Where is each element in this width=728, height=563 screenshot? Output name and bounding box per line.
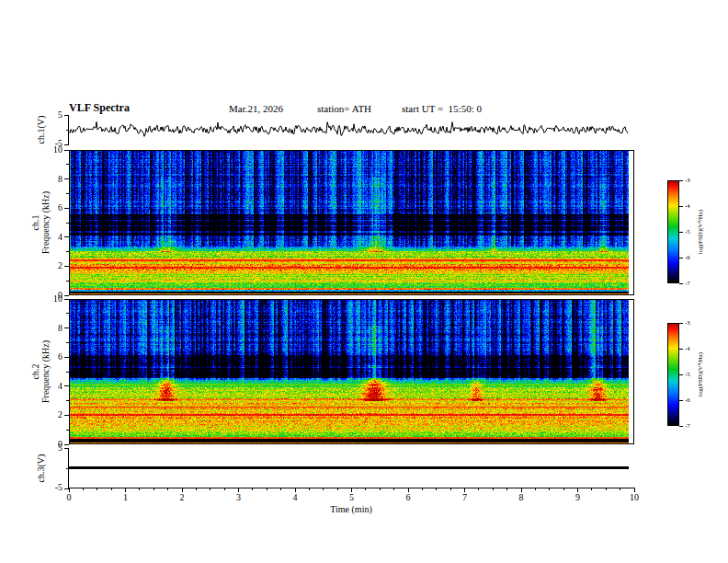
freq-tick (64, 415, 69, 416)
x-tick-label: 4 (286, 492, 304, 502)
colorbar-ch1 (667, 180, 679, 283)
freq-tick (64, 150, 69, 151)
colorbar-tick (679, 426, 683, 427)
colorbar-tick (679, 283, 683, 284)
freq-tick-label: 8 (42, 323, 63, 334)
freq-minor-tick (66, 430, 69, 431)
freq-tick (64, 295, 69, 296)
colorbar-ch1-label: log(PSD)(V²/Hz) (697, 210, 704, 254)
volt-tick-label: -5 (42, 138, 63, 149)
colorbar-tick-label: -3 (685, 319, 690, 327)
x-minor-tick (436, 488, 437, 490)
volt-tick (64, 488, 69, 489)
volt-tick-label: 5 (42, 442, 63, 454)
x-minor-tick (393, 488, 394, 490)
colorbar-tick (679, 258, 683, 259)
x-minor-tick (365, 488, 366, 490)
ch1-channel-label: ch.1 (30, 191, 40, 254)
freq-tick-label: 4 (42, 232, 63, 243)
freq-tick (64, 385, 69, 386)
time-axis-label: Time (min) (330, 504, 371, 514)
x-minor-tick (535, 488, 536, 490)
x-tick-label: 7 (456, 492, 474, 502)
volt-tick (64, 115, 69, 116)
colorbar-tick-label: -5 (685, 228, 690, 236)
vlf-spectra-figure: VLF Spectra Mar.21, 2026 station= ATH st… (0, 0, 728, 563)
colorbar-tick (679, 232, 683, 233)
x-tick-label: 5 (343, 492, 361, 502)
start-ut-label: start UT = 15:50: 0 (402, 103, 482, 114)
x-minor-tick (493, 488, 494, 490)
freq-minor-tick (66, 372, 69, 373)
x-minor-tick (606, 488, 607, 490)
ch2-freq-axis-label: ch.2 Frequency (kHz) (30, 340, 51, 403)
x-minor-tick (167, 488, 168, 490)
ch2-spectrogram-canvas (69, 299, 634, 444)
x-minor-tick (620, 488, 620, 490)
colorbar-tick-label: -3 (685, 177, 690, 184)
colorbar-tick (679, 323, 683, 324)
freq-tick-label: 2 (42, 260, 63, 271)
x-tick-label: 10 (625, 492, 643, 502)
freq-tick (64, 444, 69, 445)
colorbar-tick-label: -6 (685, 254, 690, 261)
x-minor-tick (111, 488, 112, 490)
x-minor-tick (252, 488, 253, 490)
x-tick-label: 3 (230, 492, 248, 502)
x-minor-tick (97, 488, 97, 490)
volt-minor-tick (66, 130, 69, 131)
x-minor-tick (549, 488, 550, 490)
freq-tick (64, 208, 69, 209)
volt-tick-label: -5 (42, 482, 63, 493)
freq-tick-label: 6 (42, 202, 63, 213)
freq-tick-label: 10 (42, 293, 63, 304)
colorbar-ch2 (667, 323, 679, 426)
x-minor-tick (591, 488, 592, 490)
x-minor-tick (380, 488, 381, 490)
colorbar-tick-label: -5 (685, 371, 690, 378)
colorbar-ch2-label: log(PSD)(V²/Hz) (697, 352, 704, 396)
colorbar-tick (679, 206, 683, 207)
date-label: Mar.21, 2026 (229, 103, 283, 114)
freq-tick (64, 266, 69, 267)
freq-tick-label: 8 (42, 174, 63, 185)
colorbar-tick-label: -7 (685, 422, 690, 430)
x-minor-tick (154, 488, 154, 490)
freq-tick (64, 236, 69, 237)
x-tick-label: 0 (60, 492, 78, 502)
figure-title: VLF Spectra (69, 101, 130, 115)
ch1-waveform-canvas (69, 115, 634, 144)
freq-minor-tick (66, 223, 69, 224)
colorbar-tick-label: -7 (685, 280, 690, 287)
x-minor-tick (280, 488, 281, 490)
x-minor-tick (83, 488, 84, 490)
x-minor-tick (309, 488, 310, 490)
x-minor-tick (210, 488, 210, 490)
ch3-flat-trace (69, 466, 629, 469)
colorbar-tick (679, 349, 683, 350)
freq-minor-tick (66, 400, 69, 401)
x-minor-tick (506, 488, 507, 490)
freq-minor-tick (66, 164, 69, 165)
x-tick-label: 2 (173, 492, 191, 502)
freq-tick-label: 2 (42, 409, 63, 420)
ch1-freq-axis-label: ch.1 Frequency (kHz) (30, 191, 51, 254)
x-minor-tick (323, 488, 324, 490)
colorbar-tick-label: -4 (685, 202, 690, 210)
volt-minor-tick (66, 468, 69, 469)
x-minor-tick (139, 488, 140, 490)
colorbar-tick-label: -4 (685, 345, 690, 352)
ch1-frequency-label: Frequency (kHz) (40, 191, 51, 254)
x-minor-tick (224, 488, 225, 490)
x-tick-label: 6 (399, 492, 417, 502)
x-minor-tick (450, 488, 451, 490)
freq-tick (64, 299, 69, 300)
x-minor-tick (337, 488, 338, 490)
freq-minor-tick (66, 342, 69, 343)
x-minor-tick (478, 488, 479, 490)
colorbar-tick (679, 400, 683, 401)
volt-tick (64, 144, 69, 145)
colorbar-tick (679, 374, 683, 375)
freq-tick (64, 178, 69, 179)
colorbar-tick-label: -6 (685, 396, 690, 404)
